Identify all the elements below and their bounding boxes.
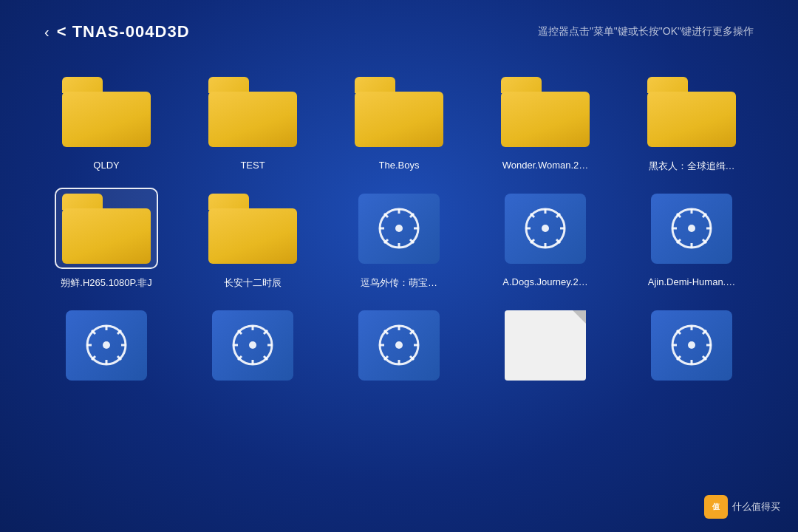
folder-wonder-woman[interactable]: Wonder.Woman.2… (483, 71, 607, 173)
video-douniao[interactable]: 逗鸟外传：萌宝… (337, 188, 461, 290)
folder-chaoxian[interactable]: 朔鲜.H265.1080P.非J (44, 188, 168, 290)
svg-point-21 (688, 225, 695, 232)
folder-the-boys[interactable]: The.Boys (337, 71, 461, 173)
svg-point-51 (395, 341, 403, 349)
doc-partial[interactable] (483, 304, 607, 386)
back-nav[interactable]: ‹ < TNAS-004D3D (44, 22, 190, 41)
header: ‹ < TNAS-004D3D 遥控器点击"菜单"键或长按"OK"键进行更多操作 (44, 22, 754, 41)
video-partial-3[interactable] (337, 304, 461, 386)
video-partial-1[interactable] (44, 304, 168, 386)
back-arrow-icon: ‹ (44, 24, 50, 41)
folder-title: < TNAS-004D3D (57, 22, 190, 41)
video-ajin[interactable]: Ajin.Demi-Human.… (630, 188, 754, 290)
folder-test[interactable]: TEST (191, 71, 315, 173)
file-grid-row2: 朔鲜.H265.1080P.非J 长安十二时辰 (44, 188, 754, 290)
video-dogs-journey[interactable]: A.Dogs.Journey.2… (483, 188, 607, 290)
folder-qldy[interactable]: QLDY (44, 71, 168, 173)
folder-heiyiren[interactable]: 黑衣人：全球追缉… (630, 71, 754, 173)
file-grid-row1: QLDY TEST The.Boys (44, 71, 754, 173)
header-hint: 遥控器点击"菜单"键或长按"OK"键进行更多操作 (538, 25, 754, 38)
video-partial-2[interactable] (191, 304, 315, 386)
svg-point-61 (688, 341, 695, 349)
svg-point-41 (249, 341, 256, 349)
svg-point-1 (395, 225, 403, 232)
video-partial-4[interactable] (630, 304, 754, 386)
file-grid-row3 (44, 304, 754, 386)
svg-point-31 (103, 341, 110, 349)
folder-changan[interactable]: 长安十二时辰 (191, 188, 315, 290)
svg-point-11 (542, 225, 549, 232)
main-container: ‹ < TNAS-004D3D 遥控器点击"菜单"键或长按"OK"键进行更多操作… (0, 0, 798, 532)
